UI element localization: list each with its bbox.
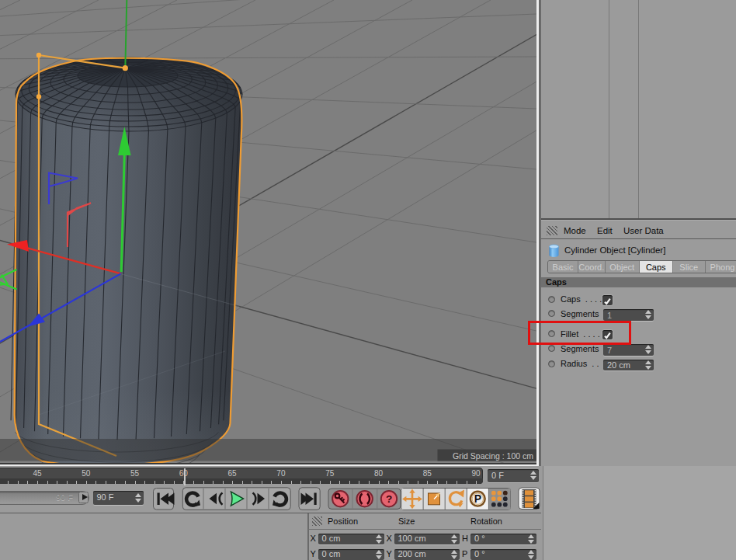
svg-text:?: ? [386,493,392,505]
svg-text:P: P [474,492,481,505]
